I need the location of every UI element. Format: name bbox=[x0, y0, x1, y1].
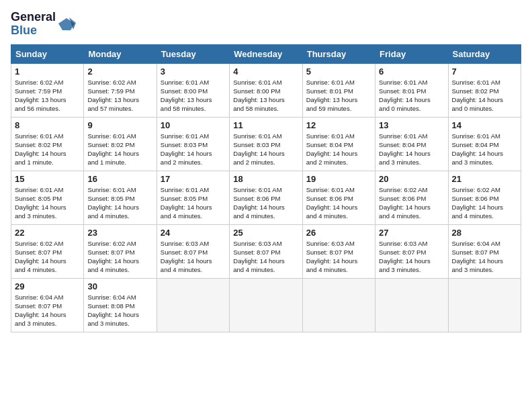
day-info: Sunrise: 6:01 AM Sunset: 8:02 PM Dayligh… bbox=[452, 78, 517, 113]
calendar-week-row: 1Sunrise: 6:02 AM Sunset: 7:59 PM Daylig… bbox=[11, 63, 521, 117]
day-number: 25 bbox=[233, 228, 298, 238]
day-number: 18 bbox=[233, 174, 298, 184]
calendar-day-cell: 3Sunrise: 6:01 AM Sunset: 8:00 PM Daylig… bbox=[157, 63, 229, 117]
calendar-day-cell: 16Sunrise: 6:01 AM Sunset: 8:05 PM Dayli… bbox=[84, 171, 157, 224]
day-number: 8 bbox=[15, 120, 80, 130]
calendar-day-cell: 30Sunrise: 6:04 AM Sunset: 8:08 PM Dayli… bbox=[84, 278, 157, 332]
day-number: 28 bbox=[452, 228, 517, 238]
day-number: 2 bbox=[87, 66, 152, 77]
weekday-header: Saturday bbox=[448, 44, 521, 63]
day-number: 22 bbox=[15, 228, 80, 238]
day-info: Sunrise: 6:04 AM Sunset: 8:07 PM Dayligh… bbox=[452, 239, 517, 275]
calendar-day-cell: 21Sunrise: 6:02 AM Sunset: 8:06 PM Dayli… bbox=[448, 171, 521, 224]
calendar-day-cell: 5Sunrise: 6:01 AM Sunset: 8:01 PM Daylig… bbox=[302, 63, 375, 117]
day-info: Sunrise: 6:01 AM Sunset: 8:03 PM Dayligh… bbox=[161, 132, 226, 167]
day-number: 5 bbox=[306, 66, 371, 77]
day-info: Sunrise: 6:01 AM Sunset: 8:05 PM Dayligh… bbox=[15, 185, 80, 221]
calendar-table: SundayMondayTuesdayWednesdayThursdayFrid… bbox=[11, 44, 521, 332]
calendar-day-cell: 1Sunrise: 6:02 AM Sunset: 7:59 PM Daylig… bbox=[11, 63, 84, 117]
day-info: Sunrise: 6:01 AM Sunset: 8:05 PM Dayligh… bbox=[161, 185, 226, 221]
day-info: Sunrise: 6:01 AM Sunset: 8:04 PM Dayligh… bbox=[452, 132, 517, 167]
calendar-day-cell: 11Sunrise: 6:01 AM Sunset: 8:03 PM Dayli… bbox=[230, 117, 302, 171]
calendar-day-cell bbox=[375, 278, 448, 332]
day-info: Sunrise: 6:04 AM Sunset: 8:08 PM Dayligh… bbox=[87, 293, 152, 328]
calendar-day-cell: 27Sunrise: 6:03 AM Sunset: 8:07 PM Dayli… bbox=[375, 224, 448, 278]
calendar-day-cell: 7Sunrise: 6:01 AM Sunset: 8:02 PM Daylig… bbox=[448, 63, 521, 117]
day-number: 20 bbox=[379, 174, 444, 184]
day-info: Sunrise: 6:02 AM Sunset: 8:07 PM Dayligh… bbox=[15, 239, 80, 275]
day-info: Sunrise: 6:01 AM Sunset: 8:02 PM Dayligh… bbox=[15, 132, 80, 167]
day-info: Sunrise: 6:01 AM Sunset: 8:06 PM Dayligh… bbox=[306, 185, 371, 221]
calendar-day-cell: 2Sunrise: 6:02 AM Sunset: 7:59 PM Daylig… bbox=[84, 63, 157, 117]
day-number: 15 bbox=[15, 174, 80, 184]
day-info: Sunrise: 6:01 AM Sunset: 8:01 PM Dayligh… bbox=[379, 78, 444, 113]
calendar-day-cell: 8Sunrise: 6:01 AM Sunset: 8:02 PM Daylig… bbox=[11, 117, 84, 171]
logo-icon bbox=[57, 17, 76, 32]
day-info: Sunrise: 6:04 AM Sunset: 8:07 PM Dayligh… bbox=[15, 293, 80, 328]
calendar-week-row: 8Sunrise: 6:01 AM Sunset: 8:02 PM Daylig… bbox=[11, 117, 521, 171]
day-number: 9 bbox=[87, 120, 152, 130]
day-number: 12 bbox=[306, 120, 371, 130]
day-info: Sunrise: 6:01 AM Sunset: 8:04 PM Dayligh… bbox=[306, 132, 371, 167]
calendar-day-cell: 19Sunrise: 6:01 AM Sunset: 8:06 PM Dayli… bbox=[302, 171, 375, 224]
calendar-day-cell: 9Sunrise: 6:01 AM Sunset: 8:02 PM Daylig… bbox=[84, 117, 157, 171]
calendar-day-cell: 15Sunrise: 6:01 AM Sunset: 8:05 PM Dayli… bbox=[11, 171, 84, 224]
day-info: Sunrise: 6:02 AM Sunset: 8:06 PM Dayligh… bbox=[379, 185, 444, 221]
day-number: 21 bbox=[452, 174, 517, 184]
day-number: 4 bbox=[233, 66, 298, 77]
day-info: Sunrise: 6:03 AM Sunset: 8:07 PM Dayligh… bbox=[379, 239, 444, 275]
day-info: Sunrise: 6:02 AM Sunset: 8:06 PM Dayligh… bbox=[452, 185, 517, 221]
calendar-day-cell bbox=[230, 278, 302, 332]
logo: GeneralBlue bbox=[11, 11, 76, 38]
day-info: Sunrise: 6:01 AM Sunset: 8:05 PM Dayligh… bbox=[87, 185, 152, 221]
weekday-header: Friday bbox=[375, 44, 448, 63]
day-number: 17 bbox=[161, 174, 226, 184]
weekday-header: Thursday bbox=[302, 44, 375, 63]
day-number: 16 bbox=[87, 174, 152, 184]
weekday-header: Tuesday bbox=[157, 44, 229, 63]
calendar-day-cell: 14Sunrise: 6:01 AM Sunset: 8:04 PM Dayli… bbox=[448, 117, 521, 171]
calendar-day-cell: 10Sunrise: 6:01 AM Sunset: 8:03 PM Dayli… bbox=[157, 117, 229, 171]
calendar-day-cell: 23Sunrise: 6:02 AM Sunset: 8:07 PM Dayli… bbox=[84, 224, 157, 278]
day-info: Sunrise: 6:01 AM Sunset: 8:01 PM Dayligh… bbox=[306, 78, 371, 113]
day-info: Sunrise: 6:03 AM Sunset: 8:07 PM Dayligh… bbox=[161, 239, 226, 275]
day-number: 14 bbox=[452, 120, 517, 130]
day-info: Sunrise: 6:02 AM Sunset: 7:59 PM Dayligh… bbox=[15, 78, 80, 113]
day-info: Sunrise: 6:03 AM Sunset: 8:07 PM Dayligh… bbox=[306, 239, 371, 275]
calendar-day-cell bbox=[157, 278, 229, 332]
calendar-day-cell: 4Sunrise: 6:01 AM Sunset: 8:00 PM Daylig… bbox=[230, 63, 302, 117]
day-number: 26 bbox=[306, 228, 371, 238]
page-header: GeneralBlue bbox=[11, 11, 521, 38]
calendar-day-cell bbox=[302, 278, 375, 332]
calendar-day-cell bbox=[448, 278, 521, 332]
calendar-day-cell: 12Sunrise: 6:01 AM Sunset: 8:04 PM Dayli… bbox=[302, 117, 375, 171]
calendar-day-cell: 24Sunrise: 6:03 AM Sunset: 8:07 PM Dayli… bbox=[157, 224, 229, 278]
calendar-day-cell: 13Sunrise: 6:01 AM Sunset: 8:04 PM Dayli… bbox=[375, 117, 448, 171]
day-info: Sunrise: 6:01 AM Sunset: 8:03 PM Dayligh… bbox=[233, 132, 298, 167]
calendar-week-row: 29Sunrise: 6:04 AM Sunset: 8:07 PM Dayli… bbox=[11, 278, 521, 332]
calendar-week-row: 15Sunrise: 6:01 AM Sunset: 8:05 PM Dayli… bbox=[11, 171, 521, 224]
calendar-day-cell: 20Sunrise: 6:02 AM Sunset: 8:06 PM Dayli… bbox=[375, 171, 448, 224]
calendar-day-cell: 6Sunrise: 6:01 AM Sunset: 8:01 PM Daylig… bbox=[375, 63, 448, 117]
day-number: 6 bbox=[379, 66, 444, 77]
day-number: 27 bbox=[379, 228, 444, 238]
weekday-header: Sunday bbox=[11, 44, 84, 63]
day-number: 1 bbox=[15, 66, 80, 77]
day-number: 10 bbox=[161, 120, 226, 130]
day-number: 13 bbox=[379, 120, 444, 130]
day-info: Sunrise: 6:02 AM Sunset: 8:07 PM Dayligh… bbox=[87, 239, 152, 275]
day-info: Sunrise: 6:01 AM Sunset: 8:06 PM Dayligh… bbox=[233, 185, 298, 221]
calendar-week-row: 22Sunrise: 6:02 AM Sunset: 8:07 PM Dayli… bbox=[11, 224, 521, 278]
calendar-day-cell: 17Sunrise: 6:01 AM Sunset: 8:05 PM Dayli… bbox=[157, 171, 229, 224]
day-info: Sunrise: 6:01 AM Sunset: 8:04 PM Dayligh… bbox=[379, 132, 444, 167]
day-info: Sunrise: 6:03 AM Sunset: 8:07 PM Dayligh… bbox=[233, 239, 298, 275]
calendar-header: SundayMondayTuesdayWednesdayThursdayFrid… bbox=[11, 44, 521, 63]
day-number: 29 bbox=[15, 281, 80, 291]
day-number: 23 bbox=[87, 228, 152, 238]
day-number: 3 bbox=[161, 66, 226, 77]
weekday-header: Wednesday bbox=[230, 44, 302, 63]
day-number: 7 bbox=[452, 66, 517, 77]
day-info: Sunrise: 6:01 AM Sunset: 8:00 PM Dayligh… bbox=[161, 78, 226, 113]
day-number: 30 bbox=[87, 281, 152, 291]
day-number: 24 bbox=[161, 228, 226, 238]
